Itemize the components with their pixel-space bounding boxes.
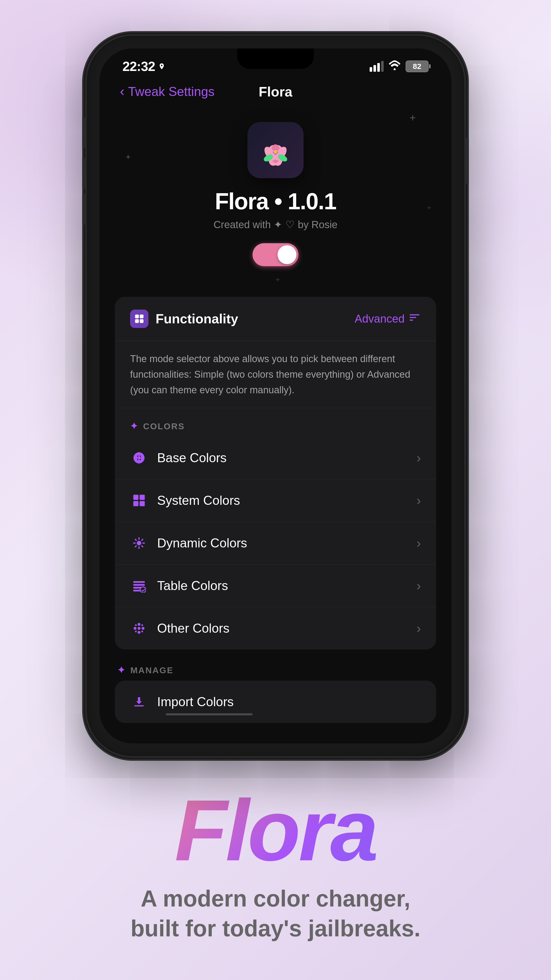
system-colors-chevron: › (416, 493, 421, 508)
toggle-container (252, 243, 299, 266)
menu-list: Base Colors › (115, 437, 436, 649)
functionality-description: The mode selector above allows you to pi… (115, 341, 436, 408)
svg-point-20 (137, 541, 141, 546)
manage-label: ✦ MANAGE (115, 660, 436, 681)
svg-point-25 (140, 587, 146, 593)
manage-label-text: MANAGE (130, 665, 173, 675)
notch (237, 48, 314, 69)
star-decoration-1: + (410, 112, 416, 124)
sort-icon (408, 311, 421, 326)
table-colors-left: Table Colors (130, 577, 228, 595)
base-colors-icon (130, 449, 148, 467)
import-icon (130, 693, 148, 711)
functionality-title: Functionality (156, 311, 238, 326)
flora-logo: Flora (175, 787, 376, 873)
import-item[interactable]: Import Colors (115, 681, 436, 723)
dynamic-colors-item[interactable]: Dynamic Colors › (115, 522, 436, 565)
other-colors-chevron: › (416, 620, 421, 636)
back-button[interactable]: ‹ Tweak Settings (120, 84, 214, 99)
phone-mockup: 22:32 (87, 36, 464, 756)
dynamic-colors-left: Dynamic Colors (130, 534, 247, 552)
svg-rect-21 (133, 581, 145, 583)
svg-point-8 (274, 150, 277, 154)
screen-content: + ✦ + (100, 107, 451, 743)
manage-section: ✦ MANAGE Import Colors (115, 660, 436, 723)
dynamic-colors-chevron: › (416, 535, 421, 551)
table-colors-icon (130, 577, 148, 595)
svg-point-32 (141, 625, 143, 626)
base-colors-chevron: › (416, 450, 421, 466)
battery-level: 82 (413, 62, 421, 71)
tagline-line1: A modern color changer, (141, 886, 410, 912)
functionality-header: Functionality Advanced (115, 297, 436, 341)
table-colors-chevron: › (416, 578, 421, 593)
svg-point-15 (138, 456, 141, 460)
tagline-text: A modern color changer, built for today'… (130, 884, 421, 943)
manage-card: Import Colors (115, 681, 436, 723)
svg-rect-16 (133, 495, 138, 500)
advanced-label: Advanced (354, 312, 405, 325)
app-full-title: Flora • 1.0.1 (215, 188, 336, 215)
system-colors-label: System Colors (157, 493, 240, 508)
app-subtitle: Created with ✦ ♡ by Rosie (213, 219, 338, 231)
page-title: Flora (259, 84, 292, 100)
location-icon (158, 63, 165, 70)
svg-point-31 (135, 625, 137, 626)
other-colors-left: Other Colors (130, 619, 229, 637)
svg-point-30 (138, 631, 140, 634)
status-icons: 82 (370, 60, 429, 73)
svg-point-33 (135, 631, 137, 632)
svg-point-34 (141, 631, 143, 632)
dynamic-colors-label: Dynamic Colors (157, 536, 247, 550)
heart-emoji: ♡ (286, 219, 295, 231)
sparkle-emoji: ✦ (274, 219, 283, 231)
table-colors-item[interactable]: Table Colors › (115, 565, 436, 607)
subtitle-suffix: by Rosie (298, 219, 338, 231)
advanced-badge[interactable]: Advanced (354, 311, 421, 326)
phone-frame: 22:32 (87, 36, 464, 756)
phone-screen: 22:32 (100, 48, 451, 743)
star-decoration-3: + (427, 204, 431, 212)
app-icon-svg (258, 132, 293, 168)
subtitle-prefix: Created with (213, 219, 271, 231)
svg-point-26 (138, 627, 140, 630)
star-decoration-2: ✦ (125, 153, 131, 162)
other-colors-item[interactable]: Other Colors › (115, 607, 436, 649)
signal-icon (370, 61, 384, 72)
svg-point-0 (394, 68, 395, 70)
svg-point-29 (138, 623, 140, 626)
hero-section: + ✦ + (100, 107, 451, 289)
time-display: 22:32 (122, 59, 155, 74)
functionality-header-left: Functionality (130, 310, 238, 328)
svg-rect-22 (133, 584, 145, 586)
svg-point-27 (134, 627, 137, 630)
svg-point-28 (141, 627, 144, 630)
dynamic-colors-icon (130, 534, 148, 552)
colors-star-icon: ✦ (130, 421, 138, 431)
svg-rect-12 (140, 315, 144, 318)
nav-bar: ‹ Tweak Settings Flora (100, 79, 451, 107)
svg-rect-19 (140, 501, 144, 506)
wifi-icon (388, 60, 401, 73)
import-label: Import Colors (157, 694, 233, 709)
tagline-section: Flora A modern color changer, built for … (105, 756, 446, 969)
system-colors-icon (130, 492, 148, 509)
star-decoration-4: + (275, 275, 280, 284)
system-colors-left: System Colors (130, 492, 240, 509)
enable-toggle[interactable] (252, 243, 299, 266)
functionality-icon (130, 310, 148, 328)
base-colors-item[interactable]: Base Colors › (115, 437, 436, 479)
manage-star-icon: ✦ (118, 665, 126, 676)
svg-rect-11 (135, 315, 139, 318)
other-colors-icon (130, 619, 148, 637)
functionality-card: Functionality Advanced The mode selector… (115, 297, 436, 649)
other-colors-label: Other Colors (157, 621, 229, 636)
battery-icon: 82 (406, 60, 429, 72)
system-colors-item[interactable]: System Colors › (115, 479, 436, 522)
colors-label-text: COLORS (143, 422, 185, 431)
base-colors-label: Base Colors (157, 450, 227, 465)
back-label: Tweak Settings (128, 84, 214, 99)
table-colors-label: Table Colors (157, 578, 228, 593)
tagline-line2: built for today's jailbreaks. (130, 916, 421, 941)
status-time: 22:32 (122, 59, 165, 74)
